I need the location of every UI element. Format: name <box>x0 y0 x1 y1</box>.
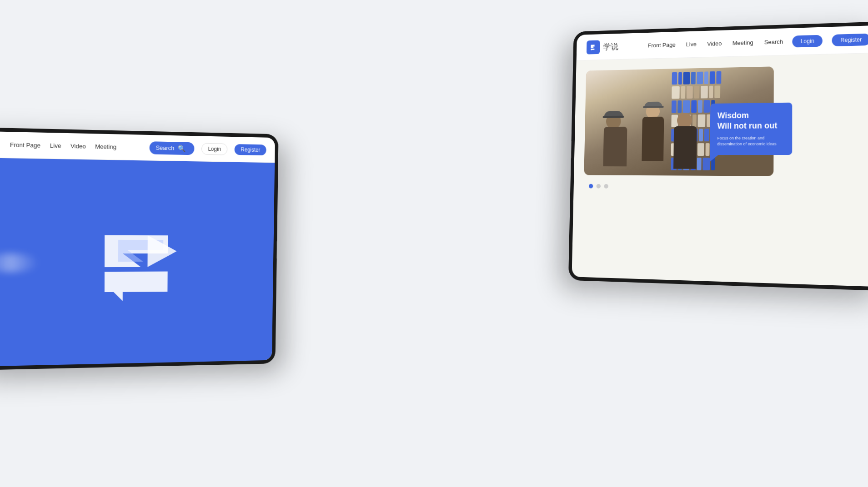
left-content <box>0 158 275 367</box>
right-nav-search[interactable]: Search <box>764 38 783 45</box>
logo-text: 学说 <box>603 41 619 52</box>
speech-bubble: WisdomWill not run out Focus on the crea… <box>710 103 792 155</box>
carousel-dots <box>584 184 868 191</box>
dot-2[interactable] <box>597 184 601 189</box>
speech-title: WisdomWill not run out <box>717 110 785 132</box>
left-nav-live[interactable]: Live <box>50 142 61 149</box>
right-nav-meeting[interactable]: Meeting <box>733 39 753 46</box>
left-register-button[interactable]: Register <box>235 144 266 155</box>
hero-section: WisdomWill not run out Focus on the crea… <box>584 66 773 176</box>
dot-3[interactable] <box>604 184 608 189</box>
logo-svg <box>77 221 177 303</box>
right-nav-frontpage[interactable]: Front Page <box>648 41 676 49</box>
person-2 <box>637 100 669 171</box>
right-login-button[interactable]: Login <box>792 35 823 47</box>
right-content: WisdomWill not run out Focus on the crea… <box>573 53 868 203</box>
left-nav-meeting[interactable]: Meeting <box>95 143 116 150</box>
person-1 <box>601 104 636 171</box>
logo-icon-box <box>587 40 600 54</box>
left-nav-items: Front Page Live Video Meeting <box>0 141 116 150</box>
right-nav-video[interactable]: Video <box>707 40 722 47</box>
left-tablet: Front Page Live Video Meeting Search 🔍 L… <box>0 127 279 371</box>
left-search-box[interactable]: Search 🔍 <box>150 141 195 155</box>
search-icon: 🔍 <box>178 144 186 152</box>
left-logo-icon <box>77 221 177 303</box>
right-logo: 学说 <box>587 40 618 54</box>
people-group <box>601 99 704 171</box>
dot-1[interactable] <box>589 184 593 189</box>
glow-decoration <box>0 253 39 272</box>
tablet-side-button-right <box>570 141 572 158</box>
right-register-button[interactable]: Register <box>832 33 868 46</box>
right-nav-live[interactable]: Live <box>686 41 697 48</box>
left-nav-frontpage[interactable]: Front Page <box>10 141 40 149</box>
logo-inner-icon <box>589 43 597 51</box>
person-3 <box>670 106 703 171</box>
speech-subtitle: Focus on the creation and dissemination … <box>717 135 785 148</box>
left-navbar: Front Page Live Video Meeting Search 🔍 L… <box>0 131 275 163</box>
left-login-button[interactable]: Login <box>201 143 228 155</box>
tablet-side-button <box>276 241 278 259</box>
right-tablet: 学说 Front Page Live Video Meeting Search … <box>568 21 868 291</box>
left-nav-video[interactable]: Video <box>70 143 86 150</box>
left-search-label: Search <box>156 144 174 152</box>
right-nav-items: Front Page Live Video Meeting Search <box>648 38 783 49</box>
